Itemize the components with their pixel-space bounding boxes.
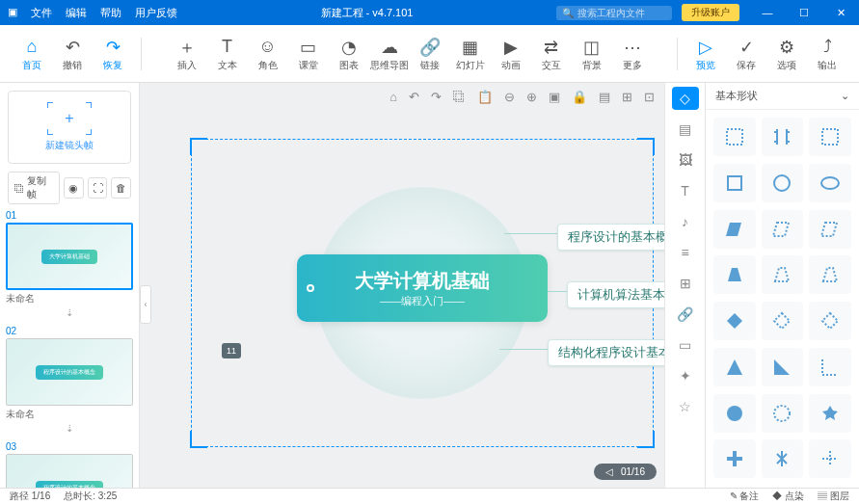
ribbon-角色[interactable]: ☺角色 — [248, 30, 288, 78]
slide-subtitle: ——编程入门—— — [380, 294, 465, 308]
layers-icon[interactable]: ▤ — [599, 90, 610, 104]
list-tab-icon[interactable]: ≡ — [672, 241, 699, 264]
ribbon-更多[interactable]: ⋯更多 — [612, 30, 653, 78]
slide-title-box[interactable]: 大学计算机基础 ——编程入门—— — [297, 254, 548, 322]
settings-icon[interactable]: ⊡ — [644, 90, 655, 104]
copy-icon[interactable]: ⿻ — [453, 90, 466, 104]
shape-5[interactable] — [809, 164, 851, 202]
shape-11[interactable] — [809, 255, 851, 294]
shape-18[interactable] — [713, 394, 756, 433]
copy-frame-button[interactable]: ⿻复制帧 — [8, 172, 60, 204]
page-indicator[interactable]: ◁ 01/16 — [594, 464, 657, 480]
shape-21[interactable] — [713, 439, 756, 478]
status-notes[interactable]: ✎ 备注 — [730, 490, 760, 503]
menu-edit[interactable]: 编辑 — [66, 6, 87, 20]
images-tab-icon[interactable]: 🖼 — [672, 148, 699, 172]
ribbon-思维导图[interactable]: ☁思维导图 — [369, 30, 410, 78]
fit-icon[interactable]: ▣ — [549, 90, 560, 104]
topic-3[interactable]: 结构化程序设计基本 — [548, 339, 682, 366]
menu-file[interactable]: 文件 — [31, 6, 52, 20]
widget-tab-icon[interactable]: ⊞ — [672, 272, 699, 295]
slide-thumb-02[interactable]: 02 程序设计的基本概念 未命名 ⇣ — [6, 326, 133, 434]
search-box[interactable]: 🔍 — [556, 6, 672, 20]
ribbon-撤销[interactable]: ↶撤销 — [52, 30, 93, 78]
shapes-category-dropdown[interactable]: 基本形状 ⌄ — [706, 83, 859, 110]
menu-feedback[interactable]: 用户反馈 — [135, 6, 177, 20]
collapse-left-button[interactable]: ‹ — [140, 285, 151, 324]
upgrade-button[interactable]: 升级账户 — [682, 4, 739, 21]
链接-icon: 🔗 — [419, 36, 441, 59]
layers-tab-icon[interactable]: ▤ — [672, 118, 699, 141]
undo-icon[interactable]: ↶ — [409, 90, 419, 104]
shape-10[interactable] — [762, 255, 804, 294]
shape-14[interactable] — [809, 302, 851, 340]
search-input[interactable] — [577, 8, 655, 18]
effect-tab-icon[interactable]: ✦ — [672, 364, 699, 387]
transition-icon[interactable]: ⇣ — [6, 423, 133, 434]
shape-6[interactable] — [713, 210, 756, 249]
ribbon-选项[interactable]: ⚙选项 — [766, 30, 807, 78]
shape-2[interactable] — [809, 118, 851, 156]
ribbon-文本[interactable]: T文本 — [207, 30, 248, 78]
shape-7[interactable] — [762, 210, 804, 249]
lock-icon[interactable]: 🔒 — [572, 90, 587, 104]
transition-icon[interactable]: ⇣ — [6, 307, 133, 318]
new-slide-button[interactable]: + 新建镜头帧 — [8, 91, 131, 164]
shape-4[interactable] — [762, 164, 804, 202]
ribbon-课堂[interactable]: ▭课堂 — [288, 30, 329, 78]
close-button[interactable]: ✕ — [822, 0, 859, 25]
ribbon-首页[interactable]: ⌂首页 — [12, 30, 52, 78]
ribbon-插入[interactable]: ＋插入 — [167, 30, 207, 78]
ribbon-动画[interactable]: ▶动画 — [491, 30, 531, 78]
crop-button[interactable]: ⛶ — [88, 177, 108, 199]
status-render[interactable]: ◆ 点染 — [772, 490, 804, 503]
ribbon-交互[interactable]: ⇄交互 — [531, 30, 572, 78]
zoom-in-icon[interactable]: ⊕ — [526, 90, 537, 104]
maximize-button[interactable]: ☐ — [786, 0, 822, 25]
menu-help[interactable]: 帮助 — [100, 6, 121, 20]
slide-thumb-03[interactable]: 03 程序设计的基本概念 未命名 ⇣ — [6, 441, 133, 488]
shape-8[interactable] — [809, 210, 851, 249]
shape-22[interactable] — [762, 439, 804, 478]
grid-icon[interactable]: ⊞ — [622, 90, 632, 104]
shape-19[interactable] — [762, 394, 804, 433]
delete-button[interactable]: 🗑 — [111, 177, 131, 199]
ribbon-图表[interactable]: ◔图表 — [329, 30, 369, 78]
link-tab-icon[interactable]: 🔗 — [672, 303, 699, 326]
music-tab-icon[interactable]: ♪ — [672, 210, 699, 233]
shape-23[interactable] — [809, 439, 851, 478]
shape-16[interactable] — [762, 348, 804, 386]
ribbon-输出[interactable]: ⤴输出 — [807, 30, 847, 78]
ribbon-保存[interactable]: ✓保存 — [726, 30, 766, 78]
选项-icon: ⚙ — [779, 36, 794, 59]
首页-icon: ⌂ — [27, 36, 38, 59]
paste-icon[interactable]: 📋 — [477, 90, 493, 104]
zoom-out-icon[interactable]: ⊖ — [504, 90, 515, 104]
star-tab-icon[interactable]: ☆ — [672, 395, 699, 418]
status-layers[interactable]: ▤ 图层 — [818, 490, 849, 503]
shapes-tab-icon[interactable]: ◇ — [672, 87, 699, 110]
shape-15[interactable] — [713, 348, 756, 386]
topic-2[interactable]: 计算机算法基本 — [567, 281, 676, 308]
shape-13[interactable] — [762, 302, 804, 340]
minimize-button[interactable]: — — [749, 0, 786, 25]
text-tab-icon[interactable]: T — [672, 179, 699, 202]
camera-button[interactable]: ◉ — [64, 177, 84, 199]
ribbon-恢复[interactable]: ↷恢复 — [93, 30, 133, 78]
shape-1[interactable] — [762, 118, 804, 156]
shape-20[interactable] — [809, 394, 851, 433]
home-icon[interactable]: ⌂ — [389, 90, 397, 104]
shape-0[interactable] — [713, 118, 756, 156]
ribbon-背景[interactable]: ◫背景 — [572, 30, 612, 78]
shape-17[interactable] — [809, 348, 851, 386]
ribbon-预览[interactable]: ▷预览 — [685, 30, 726, 78]
frame-tab-icon[interactable]: ▭ — [672, 333, 699, 357]
shape-3[interactable] — [713, 164, 756, 202]
shape-9[interactable] — [713, 255, 756, 294]
shape-12[interactable] — [713, 302, 756, 340]
ribbon-链接[interactable]: 🔗链接 — [410, 30, 450, 78]
redo-icon[interactable]: ↷ — [431, 90, 442, 104]
slide-thumb-01[interactable]: 01 大学计算机基础 未命名 ⇣ — [6, 210, 133, 318]
prev-page-icon[interactable]: ◁ — [605, 466, 613, 477]
ribbon-幻灯片[interactable]: ▦幻灯片 — [450, 30, 491, 78]
